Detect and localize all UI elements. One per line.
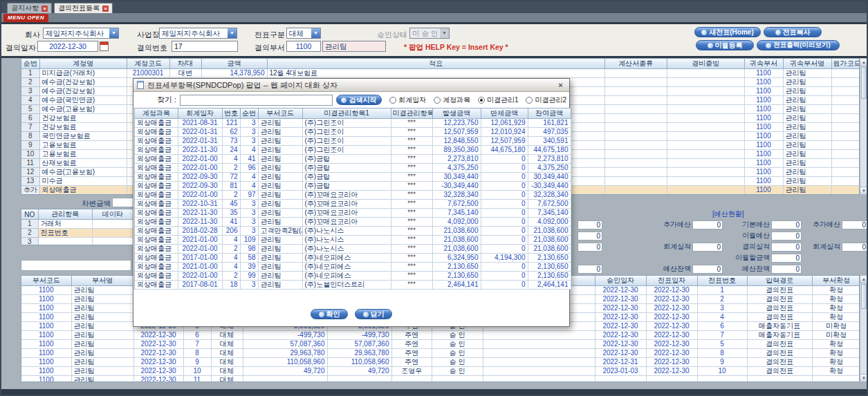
table-cell[interactable]: [831, 69, 860, 78]
table-cell[interactable]: 11: [21, 159, 39, 168]
table-cell[interactable]: 관리팀: [783, 168, 831, 177]
table-row[interactable]: 1거래처: [21, 220, 133, 229]
table-row[interactable]: 1100관리팀2022-12-307대체57,087,36057,087,360…: [21, 340, 860, 349]
table-row[interactable]: 1100관리팀2022-12-306대체-499,730-499,730주엔승 …: [21, 331, 860, 340]
table-cell[interactable]: 미확정: [812, 322, 860, 331]
table-cell[interactable]: 2022-01-31: [178, 137, 222, 146]
table-row[interactable]: 외상매출금2022-01-00299관리팀(주)네오피에스***2,130,65…: [135, 272, 571, 281]
table-row[interactable]: 외상매출금2022-11-30244관리팀(주)그린조이***89,350,36…: [135, 146, 571, 155]
table-cell[interactable]: 98: [240, 245, 258, 254]
table-cell[interactable]: 2022-12-30: [595, 295, 646, 304]
table-cell[interactable]: 4: [697, 313, 747, 322]
table-cell[interactable]: (주)네오피에스: [302, 263, 391, 272]
table-cell[interactable]: [667, 69, 744, 78]
table-cell[interactable]: 13: [21, 177, 39, 186]
table-cell[interactable]: 고용보험료: [39, 150, 127, 159]
table-cell[interactable]: 2022-12-30: [646, 367, 697, 376]
table-cell[interactable]: 35: [222, 209, 240, 218]
table-cell[interactable]: 0: [481, 236, 528, 245]
table-cell[interactable]: 관리팀: [258, 218, 302, 227]
approval-select[interactable]: 미 승 인 ▼: [409, 28, 450, 39]
scroll-up-icon[interactable]: ▲: [860, 276, 867, 283]
table-cell[interactable]: 2022-11-30: [178, 209, 222, 218]
table-cell[interactable]: [667, 186, 744, 195]
table-cell[interactable]: 45: [222, 200, 240, 209]
table-cell[interactable]: 2: [222, 272, 240, 281]
table-cell[interactable]: 3: [240, 128, 258, 137]
table-cell[interactable]: 1100: [744, 186, 783, 195]
table-cell[interactable]: 10: [697, 367, 747, 376]
table-cell[interactable]: [604, 78, 667, 87]
table-cell[interactable]: 대체: [211, 331, 243, 340]
table-cell[interactable]: 97: [240, 191, 258, 200]
table-cell[interactable]: 관리팀: [258, 209, 302, 218]
table-cell[interactable]: 2017-08-01: [178, 281, 222, 290]
budget-value-field[interactable]: 0: [771, 232, 802, 241]
table-cell[interactable]: 1100: [744, 96, 783, 105]
table-cell[interactable]: 4,194,300: [481, 254, 528, 263]
table-cell[interactable]: 7: [183, 340, 211, 349]
table-cell[interactable]: 0: [481, 263, 528, 272]
dept-code-input[interactable]: 1100: [286, 41, 321, 52]
table-cell[interactable]: 2: [222, 164, 240, 173]
table-cell[interactable]: 1100: [21, 322, 71, 331]
table-cell[interactable]: (주)꼬매요코리아: [302, 218, 391, 227]
table-cell[interactable]: 2022-01-00: [178, 191, 222, 200]
table-cell[interactable]: 외상매출금: [135, 155, 178, 164]
budget-total-field[interactable]: 0: [578, 232, 602, 241]
table-cell[interactable]: [92, 229, 133, 238]
table-cell[interactable]: 73: [222, 137, 240, 146]
table-cell[interactable]: [483, 349, 595, 358]
table-cell[interactable]: 11: [183, 376, 211, 383]
table-cell[interactable]: [432, 376, 483, 383]
table-row[interactable]: 외상매출금2022-09-30724관리팀(주)금탑***30,349,4400…: [135, 173, 571, 182]
table-cell[interactable]: 2,130,650: [528, 272, 571, 281]
table-cell[interactable]: 관리팀: [71, 331, 133, 340]
table-cell[interactable]: 외상매출금: [135, 137, 178, 146]
table-cell[interactable]: 1: [697, 286, 747, 295]
table-cell[interactable]: 외상매출금: [135, 164, 178, 173]
table-cell[interactable]: 결의전표: [747, 286, 812, 295]
table-cell[interactable]: 2022-12-30: [646, 313, 697, 322]
popup-title-bar[interactable]: 전표세부항목(SPNDCDPop) 팝업 -- 웹 페이지 대화 상자 ×: [133, 79, 569, 92]
table-cell[interactable]: 3: [240, 119, 258, 128]
table-cell[interactable]: 2,464,141: [432, 281, 481, 290]
table-cell[interactable]: 2022-12-30: [133, 376, 183, 383]
close-button[interactable]: 닫기: [355, 309, 392, 319]
table-cell[interactable]: 관리팀: [258, 254, 302, 263]
table-cell[interactable]: [667, 123, 744, 132]
table-cell[interactable]: 1100: [744, 78, 783, 87]
table-cell[interactable]: 110,058,960: [327, 358, 391, 367]
table-cell[interactable]: 대체: [211, 358, 243, 367]
table-cell[interactable]: [38, 238, 92, 246]
table-cell[interactable]: 4: [240, 146, 258, 155]
table-cell[interactable]: 관리팀: [71, 367, 133, 376]
table-cell[interactable]: 확정: [812, 304, 860, 313]
table-cell[interactable]: 2: [222, 245, 240, 254]
radio-account-subject[interactable]: 계정과목: [434, 95, 470, 105]
table-cell[interactable]: 관리팀: [71, 322, 133, 331]
table-cell[interactable]: 1100: [744, 159, 783, 168]
table-cell[interactable]: [483, 331, 595, 340]
table-cell[interactable]: 2022-12-30: [595, 331, 646, 340]
table-cell[interactable]: 건강보험료: [39, 123, 127, 132]
table-row[interactable]: 외상매출금2022-01-00298관리팀(주)나노시스***21,038,60…: [135, 245, 571, 254]
table-cell[interactable]: [604, 87, 667, 96]
slip-type-select[interactable]: 대체 ▼: [286, 28, 321, 39]
table-cell[interactable]: 미수금: [39, 177, 127, 186]
table-cell[interactable]: 32,328,340: [528, 191, 571, 200]
table-cell[interactable]: [327, 376, 391, 383]
table-cell[interactable]: [831, 123, 860, 132]
table-row[interactable]: 외상매출금2018-02-282063고객만족2팀(J)(주)나노시스***21…: [135, 227, 571, 236]
table-cell[interactable]: 4,092,000: [528, 218, 571, 227]
table-cell[interactable]: 9: [183, 358, 211, 367]
table-row[interactable]: 외상매출금2022-10-31453관리팀(주)꼬매요코리아***7,672,5…: [135, 200, 571, 209]
table-cell[interactable]: (주)나노시스: [302, 236, 391, 245]
table-cell[interactable]: (주)나노시스: [302, 227, 391, 236]
table-cell[interactable]: ***: [391, 209, 432, 218]
table-cell[interactable]: 관리팀: [783, 177, 831, 186]
table-row[interactable]: 외상매출금2017-08-01183관리팀(주)노블인더스트리***2,464,…: [135, 281, 571, 290]
table-cell[interactable]: 340,591: [528, 137, 571, 146]
table-cell[interactable]: 예수금(고용보험): [39, 168, 127, 177]
table-cell[interactable]: 41: [240, 155, 258, 164]
